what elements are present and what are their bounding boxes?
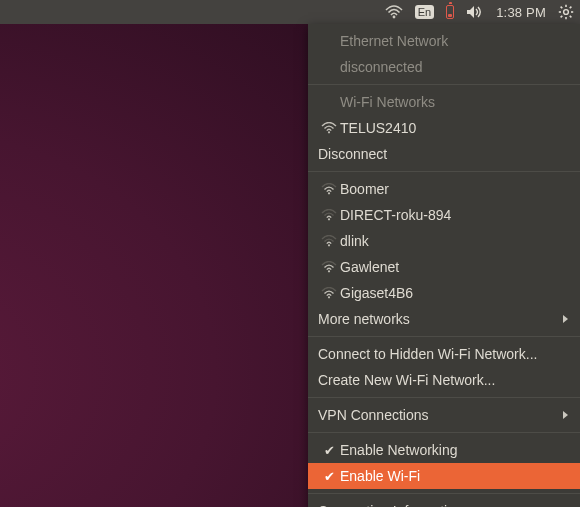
submenu-arrow-icon [563, 411, 568, 419]
menu-separator [308, 336, 580, 337]
svg-point-13 [328, 244, 330, 246]
more-networks-label: More networks [318, 311, 555, 327]
clock[interactable]: 1:38 PM [496, 0, 546, 24]
wifi-network-item[interactable]: Gigaset4B6 [308, 280, 580, 306]
wifi-network-label: dlink [340, 233, 568, 249]
submenu-arrow-icon [563, 315, 568, 323]
wifi-signal-icon [318, 261, 340, 273]
wifi-disconnect-label: Disconnect [318, 146, 568, 162]
volume-indicator-icon[interactable] [466, 0, 484, 24]
clock-label: 1:38 PM [496, 5, 546, 20]
svg-point-0 [392, 16, 395, 19]
wifi-section-header: Wi-Fi Networks [308, 89, 580, 115]
checkmark-icon: ✔ [324, 469, 335, 484]
svg-point-11 [328, 192, 330, 194]
svg-line-8 [561, 16, 563, 18]
battery-indicator-icon[interactable] [446, 0, 454, 24]
wifi-network-item[interactable]: Gawlenet [308, 254, 580, 280]
wifi-network-label: TELUS2410 [340, 120, 568, 136]
wifi-header-label: Wi-Fi Networks [340, 94, 568, 110]
wifi-disconnect[interactable]: Disconnect [308, 141, 580, 167]
wifi-network-item[interactable]: dlink [308, 228, 580, 254]
connection-info-label: Connection Information [318, 503, 568, 507]
menu-separator [308, 171, 580, 172]
svg-point-10 [328, 131, 330, 133]
wifi-network-item[interactable]: DIRECT-roku-894 [308, 202, 580, 228]
wifi-signal-icon [318, 235, 340, 247]
wifi-network-label: Gawlenet [340, 259, 568, 275]
connect-hidden-network[interactable]: Connect to Hidden Wi-Fi Network... [308, 341, 580, 367]
checkmark-icon: ✔ [324, 443, 335, 458]
enable-networking-label: Enable Networking [340, 442, 568, 458]
menu-separator [308, 397, 580, 398]
wifi-network-label: Boomer [340, 181, 568, 197]
menu-separator [308, 84, 580, 85]
vpn-connections[interactable]: VPN Connections [308, 402, 580, 428]
top-panel: En 1:38 PM [0, 0, 580, 24]
menu-separator [308, 432, 580, 433]
svg-line-6 [561, 7, 563, 9]
ethernet-header-label: Ethernet Network [340, 33, 568, 49]
ethernet-status: disconnected [308, 54, 580, 80]
connection-information[interactable]: Connection Information [308, 498, 580, 507]
more-networks[interactable]: More networks [308, 306, 580, 332]
ethernet-section-header: Ethernet Network [308, 28, 580, 54]
session-gear-icon[interactable] [558, 0, 574, 24]
wifi-network-item[interactable]: Boomer [308, 176, 580, 202]
enable-wifi-label: Enable Wi-Fi [340, 468, 568, 484]
menu-separator [308, 493, 580, 494]
connect-hidden-label: Connect to Hidden Wi-Fi Network... [318, 346, 568, 362]
enable-wifi-toggle[interactable]: ✔ Enable Wi-Fi [308, 463, 580, 489]
create-new-network[interactable]: Create New Wi-Fi Network... [308, 367, 580, 393]
vpn-label: VPN Connections [318, 407, 555, 423]
wifi-signal-icon [318, 209, 340, 221]
language-label: En [415, 5, 434, 18]
wifi-signal-icon [318, 183, 340, 195]
svg-line-9 [570, 7, 572, 9]
wifi-network-label: Gigaset4B6 [340, 285, 568, 301]
wifi-connected-network[interactable]: TELUS2410 [308, 115, 580, 141]
network-indicator-icon[interactable] [385, 0, 403, 24]
network-indicator-menu: Ethernet Network disconnected Wi-Fi Netw… [308, 24, 580, 507]
enable-networking-toggle[interactable]: ✔ Enable Networking [308, 437, 580, 463]
language-indicator[interactable]: En [415, 0, 434, 24]
svg-point-12 [328, 218, 330, 220]
wifi-signal-icon [318, 287, 340, 299]
create-network-label: Create New Wi-Fi Network... [318, 372, 568, 388]
wifi-network-label: DIRECT-roku-894 [340, 207, 568, 223]
ethernet-status-label: disconnected [340, 59, 568, 75]
svg-point-14 [328, 270, 330, 272]
svg-point-1 [564, 10, 569, 15]
wifi-signal-icon [318, 122, 340, 134]
svg-point-15 [328, 296, 330, 298]
svg-line-7 [570, 16, 572, 18]
